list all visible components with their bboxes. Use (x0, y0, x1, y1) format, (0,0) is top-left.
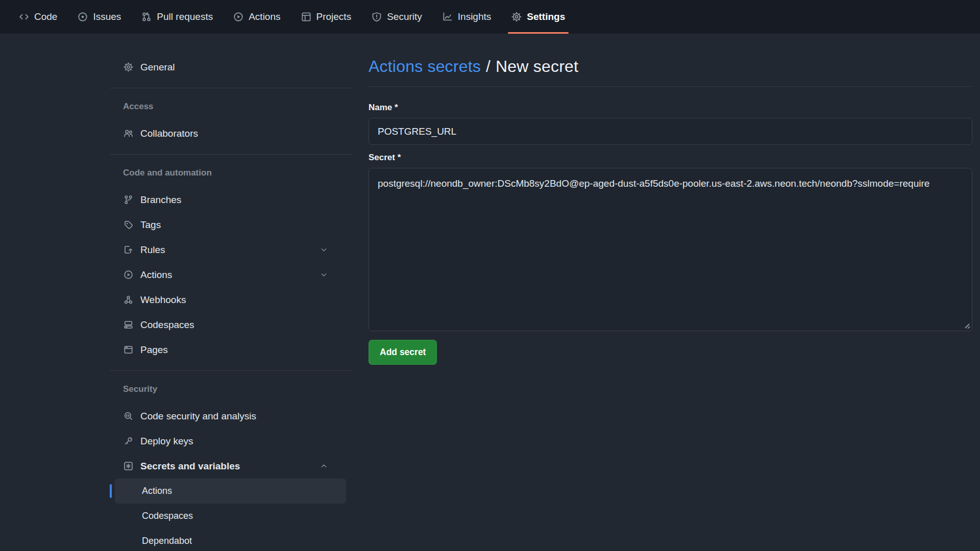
sidebar-item-label: Actions (140, 269, 172, 281)
tab-label: Projects (316, 11, 352, 22)
sidebar-item-label: Pages (140, 344, 168, 356)
webhook-icon (124, 295, 133, 305)
secret-label: Secret * (369, 153, 972, 163)
tab-insights[interactable]: Insights (435, 0, 499, 34)
gear-icon (124, 62, 133, 72)
tab-projects[interactable]: Projects (293, 0, 359, 34)
sidebar-item-general[interactable]: General (110, 55, 346, 80)
repo-nav: Code Issues Pull requests Actions (0, 0, 980, 34)
sidebar-item-codespaces[interactable]: Codespaces (110, 312, 346, 337)
sidebar-item-label: Actions (142, 486, 172, 496)
shield-icon (372, 12, 382, 22)
sidebar-item-branches[interactable]: Branches (110, 187, 346, 212)
sidebar-item-label: Codespaces (142, 511, 193, 521)
tab-security[interactable]: Security (364, 0, 430, 34)
sidebar-item-label: General (140, 62, 175, 73)
sidebar-item-label: Deploy keys (140, 436, 193, 447)
issue-opened-icon (78, 12, 88, 22)
gear-icon (511, 12, 522, 22)
sidebar-subitem-codespaces[interactable]: Codespaces (115, 504, 346, 529)
secret-textarea-wrap: postgresql://neondb_owner:DScMb8sy2BdO@e… (369, 168, 972, 331)
people-icon (124, 129, 133, 138)
git-branch-icon (124, 195, 133, 205)
tab-code[interactable]: Code (11, 0, 65, 34)
tab-label: Code (34, 11, 57, 22)
tab-pull-requests[interactable]: Pull requests (134, 0, 220, 34)
secret-asterisk-icon (124, 461, 133, 471)
git-pull-request-icon (141, 12, 152, 22)
tab-label: Security (387, 11, 422, 22)
sidebar-item-tags[interactable]: Tags (110, 212, 346, 237)
sidebar-item-label: Tags (140, 219, 161, 231)
sidebar-item-label: Code security and analysis (140, 411, 256, 422)
sidebar-item-label: Dependabot (142, 536, 192, 546)
key-icon (124, 436, 133, 446)
sidebar-section-security: Security (110, 383, 352, 395)
sidebar-item-code-security[interactable]: Code security and analysis (110, 404, 346, 429)
sidebar-item-label: Branches (140, 194, 181, 206)
secret-value-textarea[interactable]: postgresql://neondb_owner:DScMb8sy2BdO@e… (369, 168, 972, 331)
add-secret-button[interactable]: Add secret (369, 340, 437, 365)
sidebar-item-label: Codespaces (140, 319, 194, 331)
sidebar-item-label: Rules (140, 244, 165, 256)
graph-icon (443, 12, 453, 22)
codespaces-icon (124, 320, 133, 330)
sidebar-item-secrets-and-variables[interactable]: Secrets and variables (110, 454, 346, 479)
tab-label: Issues (93, 11, 121, 22)
sidebar-divider (110, 154, 352, 155)
tab-actions[interactable]: Actions (226, 0, 288, 34)
sidebar-item-label: Webhooks (140, 294, 186, 306)
chevron-down-icon[interactable] (320, 246, 328, 254)
heading-divider (369, 86, 972, 87)
breadcrumb-separator: / (486, 57, 491, 76)
play-icon (233, 12, 243, 22)
tab-label: Settings (527, 11, 565, 22)
name-label: Name * (369, 103, 972, 113)
browser-icon (124, 345, 133, 355)
page-title: Actions secrets/New secret (369, 57, 972, 76)
actions-secrets-link[interactable]: Actions secrets (369, 57, 481, 76)
settings-sidebar: General Access Collaborators Code and au… (110, 34, 352, 551)
play-icon (124, 270, 133, 280)
code-icon (19, 12, 29, 22)
sidebar-item-collaborators[interactable]: Collaborators (110, 121, 346, 146)
tab-issues[interactable]: Issues (70, 0, 129, 34)
tab-label: Insights (458, 11, 491, 22)
sidebar-item-rules[interactable]: Rules (110, 237, 346, 262)
sidebar-item-deploy-keys[interactable]: Deploy keys (110, 429, 346, 454)
sidebar-item-pages[interactable]: Pages (110, 337, 346, 362)
new-secret-panel: Actions secrets/New secret Name * Secret… (352, 34, 980, 551)
sidebar-item-webhooks[interactable]: Webhooks (110, 287, 346, 312)
chevron-down-icon[interactable] (320, 271, 328, 279)
sidebar-item-actions[interactable]: Actions (110, 262, 346, 287)
sidebar-section-access: Access (110, 101, 352, 113)
sidebar-divider (110, 88, 352, 88)
codescan-icon (124, 411, 133, 421)
sidebar-subitem-dependabot[interactable]: Dependabot (115, 529, 346, 551)
sidebar-section-code-and-automation: Code and automation (110, 167, 352, 179)
sidebar-divider (110, 370, 352, 371)
sidebar-subitem-actions[interactable]: Actions (115, 479, 346, 504)
sidebar-item-label: Secrets and variables (140, 461, 240, 472)
secret-name-input[interactable] (369, 118, 972, 145)
table-icon (301, 12, 311, 22)
sidebar-item-label: Collaborators (140, 128, 198, 139)
tab-label: Actions (249, 11, 280, 22)
rules-icon (124, 245, 133, 255)
tag-icon (124, 220, 133, 230)
chevron-up-icon[interactable] (320, 462, 328, 470)
breadcrumb-current: New secret (496, 57, 578, 76)
tab-label: Pull requests (157, 11, 213, 22)
tab-settings[interactable]: Settings (504, 0, 573, 34)
